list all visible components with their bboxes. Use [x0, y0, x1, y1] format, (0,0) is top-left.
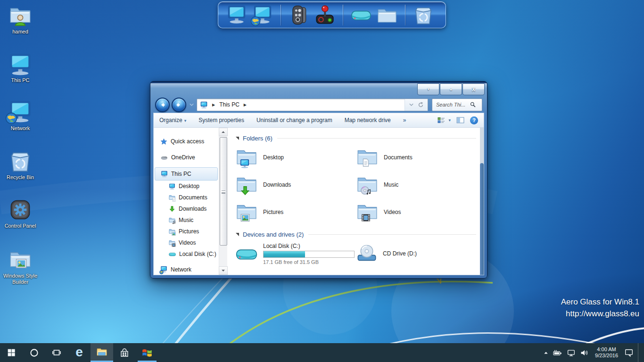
search-box[interactable]: [432, 99, 482, 111]
dock-network-icon[interactable]: [252, 4, 273, 26]
sidebar-item-pictures[interactable]: Pictures: [155, 226, 218, 237]
address-bar[interactable]: ▶ This PC ▶: [197, 99, 428, 111]
scroll-down-button[interactable]: [219, 266, 228, 275]
task-view-button[interactable]: [45, 343, 68, 362]
recent-pages-dropdown[interactable]: [189, 103, 194, 107]
network-status-icon[interactable]: [567, 343, 576, 362]
address-dropdown-icon[interactable]: [409, 103, 414, 107]
taskbar-style-builder-button[interactable]: [136, 343, 158, 362]
scroll-up-button[interactable]: [219, 128, 228, 136]
breadcrumb-arrow[interactable]: ▶: [241, 103, 249, 107]
help-button[interactable]: ?: [470, 116, 478, 124]
cortana-button[interactable]: [23, 343, 45, 362]
search-input[interactable]: [435, 101, 470, 108]
refresh-icon[interactable]: [418, 102, 424, 108]
main-scrollbar-thumb[interactable]: [480, 163, 484, 275]
sidebar-item-this-pc[interactable]: This PC: [155, 167, 218, 181]
uninstall-program-button[interactable]: Uninstall or change a program: [256, 117, 332, 123]
scrollbar-track[interactable]: [219, 136, 227, 266]
folder-tile-videos[interactable]: Videos: [356, 201, 477, 223]
task-view-icon: [52, 348, 61, 357]
sidebar-item-videos[interactable]: Videos: [155, 237, 218, 248]
sidebar-item-local-disk[interactable]: Local Disk (C:): [155, 248, 218, 260]
desktop-icon-network[interactable]: Network: [1, 100, 40, 132]
action-center-button[interactable]: [625, 343, 633, 362]
folder-tile-music[interactable]: Music: [356, 174, 477, 196]
navigation-pane: Quick access OneDrive This PC Desktop: [154, 128, 219, 275]
sidebar-item-network[interactable]: Network: [155, 263, 218, 275]
desktop-dock: [218, 1, 446, 28]
taskbar-clock[interactable]: 4:00 AM 9/23/2016: [595, 346, 618, 359]
download-overlay-icon: [240, 185, 250, 196]
preview-pane-icon[interactable]: [456, 117, 464, 123]
scroll-up-icon: [221, 131, 225, 133]
window-body: Organize▾ System properties Uninstall or…: [154, 113, 484, 275]
maximize-button[interactable]: ▲: [440, 83, 462, 95]
file-explorer-icon: [96, 347, 107, 356]
tile-label: Music: [384, 181, 398, 188]
tile-label: CD Drive (D:): [383, 250, 417, 257]
dock-game-controller-icon[interactable]: [314, 4, 336, 26]
map-network-drive-button[interactable]: Map network drive: [345, 117, 391, 123]
hard-drive-icon: [236, 247, 257, 262]
desktop-icon-user-folder[interactable]: hamed: [1, 4, 40, 35]
breadcrumb[interactable]: This PC: [217, 101, 241, 108]
search-icon[interactable]: [470, 102, 476, 107]
drive-tile-local-disk[interactable]: Local Disk (C:) 17.1 GB free of 31.5 GB: [236, 243, 356, 265]
desktop-icon-control-panel[interactable]: Control Panel: [1, 198, 40, 229]
dock-folder-icon[interactable]: [376, 4, 398, 26]
dock-media-remote-icon[interactable]: [288, 4, 310, 26]
sidebar-item-desktop[interactable]: Desktop: [155, 181, 218, 192]
sidebar-item-onedrive[interactable]: OneDrive: [155, 151, 218, 164]
toolbar-overflow-chevron[interactable]: »: [403, 117, 406, 123]
folder-tile-documents[interactable]: Documents: [356, 147, 477, 168]
breadcrumb-arrow[interactable]: ▶: [210, 103, 217, 107]
system-properties-button[interactable]: System properties: [198, 117, 244, 123]
desktop-icon-label: This PC: [1, 77, 40, 83]
group-title: Folders (6): [243, 135, 272, 142]
desktop-icon-recycle-bin[interactable]: Recycle Bin: [1, 149, 40, 181]
sidebar-item-music[interactable]: Music: [155, 214, 218, 226]
back-arrow-icon: [159, 102, 165, 108]
music-note-icon: [172, 220, 176, 224]
dock-this-pc-icon[interactable]: [226, 4, 248, 26]
download-arrow-icon: [169, 206, 175, 212]
folder-tile-pictures[interactable]: Pictures: [236, 201, 356, 223]
folders-group-header[interactable]: Folders (6): [236, 133, 479, 143]
desktop-icon-windows-style-builder[interactable]: Windows Style Builder: [1, 248, 40, 285]
dock-external-drive-icon[interactable]: [350, 4, 372, 26]
change-view-button[interactable]: ▾: [438, 117, 451, 123]
taskbar-store-button[interactable]: [113, 343, 136, 362]
taskbar-edge-button[interactable]: e: [68, 343, 91, 362]
close-button[interactable]: X: [462, 83, 485, 95]
show-hidden-icons-button[interactable]: [544, 343, 548, 362]
start-button[interactable]: [0, 343, 23, 362]
folder-tile-desktop[interactable]: Desktop: [236, 147, 356, 168]
scroll-down-icon: [221, 269, 225, 272]
back-button[interactable]: [155, 98, 170, 112]
sidebar-item-downloads[interactable]: Downloads: [155, 203, 218, 214]
devices-group-header[interactable]: Devices and drives (2): [236, 230, 479, 239]
main-scrollbar[interactable]: [480, 128, 484, 275]
organize-button[interactable]: Organize▾: [159, 117, 186, 123]
drive-tile-cd[interactable]: CD Drive (D:): [356, 243, 477, 264]
dock-recycle-bin-icon[interactable]: [413, 4, 434, 26]
sidebar-scrollbar: [219, 128, 227, 275]
film-icon: [172, 243, 176, 247]
picture-icon: [172, 232, 176, 236]
folder-tile-downloads[interactable]: Downloads: [236, 174, 356, 196]
volume-icon[interactable]: [580, 343, 588, 362]
scrollbar-thumb[interactable]: [220, 137, 227, 246]
sidebar-item-quick-access[interactable]: Quick access: [155, 135, 218, 148]
desktop-icon-this-pc[interactable]: This PC: [1, 52, 40, 83]
address-bar-controls: [405, 99, 428, 111]
show-desktop-button[interactable]: [638, 343, 640, 362]
tile-label: Desktop: [263, 154, 284, 161]
items-view: Folders (6) Desktop Documents: [227, 128, 480, 275]
sidebar-item-label: Network: [171, 266, 191, 273]
minimize-button[interactable]: ▼: [417, 83, 439, 95]
battery-status-icon[interactable]: [553, 343, 562, 362]
forward-button[interactable]: [172, 98, 186, 112]
sidebar-item-documents[interactable]: Documents: [155, 192, 218, 203]
taskbar-file-explorer-button[interactable]: [91, 343, 113, 362]
